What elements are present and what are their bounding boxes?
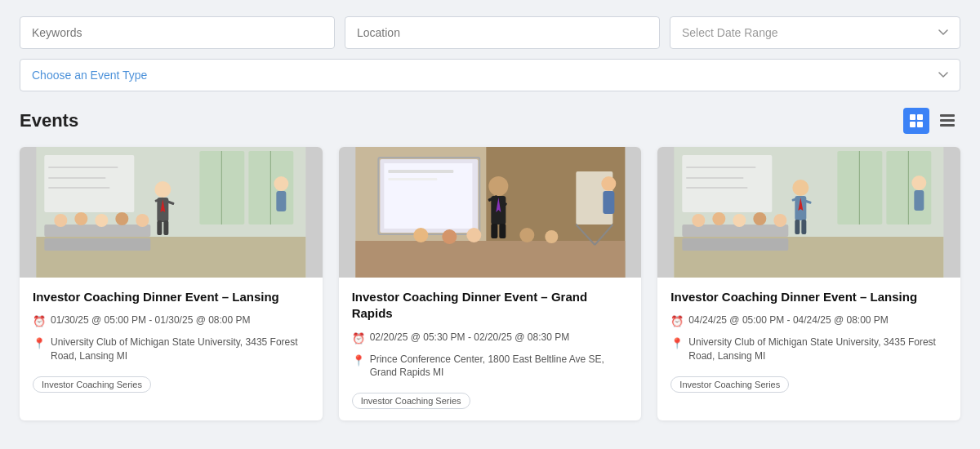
svg-point-26	[136, 214, 149, 227]
svg-rect-39	[388, 178, 437, 180]
svg-point-74	[713, 212, 726, 225]
svg-point-49	[442, 229, 457, 244]
event-card-3[interactable]: Investor Coaching Dinner Event – Lansing…	[657, 147, 960, 420]
svg-rect-46	[499, 224, 506, 238]
svg-rect-38	[388, 170, 453, 173]
event-card-1-tag[interactable]: Investor Coaching Series	[33, 376, 151, 393]
svg-rect-3	[917, 122, 923, 127]
pin-icon-1: 📍	[33, 336, 46, 351]
svg-point-52	[545, 230, 558, 243]
event-card-1-body: Investor Coaching Dinner Event – Lansing…	[20, 278, 323, 404]
svg-rect-0	[910, 114, 915, 120]
events-grid: Investor Coaching Dinner Event – Lansing…	[20, 147, 960, 420]
list-view-button[interactable]	[934, 108, 960, 134]
svg-point-22	[54, 214, 67, 227]
svg-point-75	[733, 214, 746, 227]
svg-point-64	[793, 180, 809, 196]
svg-rect-18	[163, 220, 168, 235]
svg-rect-4	[940, 114, 955, 117]
event-card-3-body: Investor Coaching Dinner Event – Lansing…	[657, 278, 960, 404]
event-card-3-tag[interactable]: Investor Coaching Series	[670, 376, 789, 393]
event-card-3-image	[657, 147, 960, 278]
svg-rect-5	[940, 119, 955, 122]
event-card-1-title: Investor Coaching Dinner Event – Lansing	[33, 289, 310, 305]
svg-point-13	[154, 181, 171, 198]
svg-rect-17	[157, 220, 162, 235]
clock-icon-2: ⏰	[352, 331, 365, 346]
svg-rect-28	[276, 191, 286, 211]
svg-rect-6	[940, 124, 955, 127]
svg-point-24	[95, 214, 108, 227]
pin-icon-2: 📍	[352, 353, 365, 368]
svg-point-41	[488, 176, 508, 196]
svg-rect-72	[683, 238, 789, 251]
pin-icon-3: 📍	[670, 336, 684, 351]
view-toggle	[903, 108, 960, 134]
page-wrapper: Select Date Range This Week This Month N…	[0, 0, 980, 449]
event-card-1-date: ⏰ 01/30/25 @ 05:00 PM - 01/30/25 @ 08:00…	[33, 313, 310, 329]
svg-rect-40	[355, 241, 625, 278]
svg-rect-45	[491, 224, 497, 238]
svg-point-77	[774, 214, 787, 227]
event-card-3-date: ⏰ 04/24/25 @ 05:00 PM - 04/24/25 @ 08:00…	[670, 313, 947, 329]
event-card-2[interactable]: Investor Coaching Dinner Event – Grand R…	[339, 147, 642, 420]
search-bar: Select Date Range This Week This Month N…	[20, 16, 960, 49]
svg-rect-29	[44, 155, 134, 212]
event-card-2-date: ⏰ 02/20/25 @ 05:30 PM - 02/20/25 @ 08:30…	[352, 331, 629, 346]
event-card-2-location: 📍 Prince Conference Center, 1800 East Be…	[352, 353, 629, 380]
svg-point-50	[466, 228, 481, 242]
event-card-2-tag[interactable]: Investor Coaching Series	[352, 393, 470, 409]
svg-rect-69	[802, 220, 807, 234]
clock-icon-1: ⏰	[33, 314, 46, 329]
event-card-1-image	[20, 147, 323, 278]
date-range-select[interactable]: Select Date Range This Week This Month N…	[670, 16, 960, 49]
event-card-3-location: 📍 University Club of Michigan State Univ…	[670, 336, 947, 363]
svg-point-76	[754, 212, 767, 225]
events-header: Events	[20, 108, 960, 134]
events-title: Events	[20, 110, 78, 131]
svg-rect-80	[683, 155, 773, 212]
svg-rect-21	[44, 238, 150, 251]
svg-rect-57	[603, 191, 614, 214]
svg-point-48	[413, 228, 428, 242]
svg-rect-1	[917, 114, 923, 120]
event-card-1[interactable]: Investor Coaching Dinner Event – Lansing…	[20, 147, 323, 420]
grid-view-button[interactable]	[903, 108, 929, 134]
svg-point-25	[115, 212, 128, 225]
event-card-2-body: Investor Coaching Dinner Event – Grand R…	[339, 278, 642, 420]
svg-rect-2	[910, 122, 915, 127]
svg-point-51	[519, 228, 534, 242]
date-range-wrapper: Select Date Range This Week This Month N…	[670, 16, 960, 49]
event-card-2-title: Investor Coaching Dinner Event – Grand R…	[352, 289, 629, 322]
location-input[interactable]	[345, 16, 660, 49]
svg-rect-68	[795, 220, 800, 234]
event-card-1-location: 📍 University Club of Michigan State Univ…	[33, 336, 310, 363]
svg-point-56	[601, 176, 616, 191]
svg-rect-79	[915, 190, 924, 211]
clock-icon-3: ⏰	[670, 314, 684, 329]
event-card-2-image	[339, 147, 642, 278]
keywords-input[interactable]	[20, 16, 335, 49]
svg-point-23	[74, 212, 87, 225]
event-card-3-title: Investor Coaching Dinner Event – Lansing	[670, 289, 947, 305]
svg-point-78	[912, 176, 927, 190]
event-type-select[interactable]: Choose an Event Type Investor Coaching S…	[20, 59, 960, 91]
event-type-row: Choose an Event Type Investor Coaching S…	[20, 59, 960, 91]
svg-point-73	[693, 214, 706, 227]
svg-point-27	[274, 176, 288, 191]
